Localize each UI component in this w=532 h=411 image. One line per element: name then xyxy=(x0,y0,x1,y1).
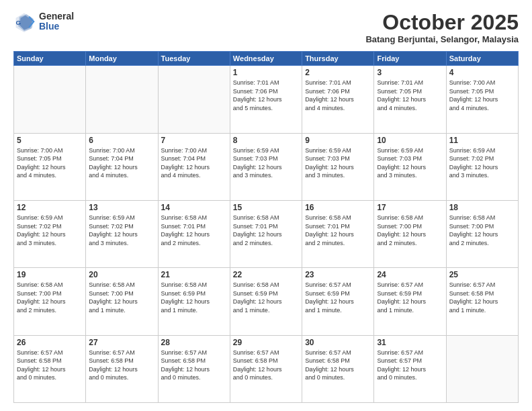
day-number: 5 xyxy=(17,136,83,145)
day-info: Sunrise: 6:59 AMSunset: 7:03 PMDaylight:… xyxy=(377,146,443,180)
day-info: Sunrise: 6:57 AMSunset: 6:57 PMDaylight:… xyxy=(377,349,443,382)
day-info: Sunrise: 7:00 AMSunset: 7:04 PMDaylight:… xyxy=(161,146,227,180)
day-info: Sunrise: 6:57 AMSunset: 6:58 PMDaylight:… xyxy=(161,349,227,382)
calendar-header-row: Sunday Monday Tuesday Wednesday Thursday… xyxy=(14,52,519,66)
day-number: 3 xyxy=(377,68,443,77)
day-info: Sunrise: 6:58 AMSunset: 7:01 PMDaylight:… xyxy=(161,214,227,247)
day-number: 21 xyxy=(161,270,227,279)
day-info: Sunrise: 6:57 AMSunset: 6:58 PMDaylight:… xyxy=(17,349,83,382)
day-number: 11 xyxy=(449,136,515,145)
day-info: Sunrise: 7:00 AMSunset: 7:04 PMDaylight:… xyxy=(89,146,154,180)
day-info: Sunrise: 6:57 AMSunset: 6:58 PMDaylight:… xyxy=(305,349,371,382)
calendar-cell: 2Sunrise: 7:01 AMSunset: 7:06 PMDaylight… xyxy=(302,66,374,133)
page: G General Blue October 2025 Batang Berju… xyxy=(0,0,532,411)
calendar-week-3: 19Sunrise: 6:58 AMSunset: 7:00 PMDayligh… xyxy=(14,268,519,335)
calendar-cell xyxy=(158,66,230,133)
day-number: 9 xyxy=(305,136,371,145)
day-number: 17 xyxy=(377,203,443,212)
calendar-cell: 15Sunrise: 6:58 AMSunset: 7:01 PMDayligh… xyxy=(230,200,302,267)
location: Batang Berjuntai, Selangor, Malaysia xyxy=(365,34,519,44)
calendar-week-1: 5Sunrise: 7:00 AMSunset: 7:05 PMDaylight… xyxy=(14,133,519,200)
day-info: Sunrise: 6:58 AMSunset: 7:00 PMDaylight:… xyxy=(17,281,83,314)
day-info: Sunrise: 7:01 AMSunset: 7:06 PMDaylight:… xyxy=(305,79,371,112)
calendar-cell: 8Sunrise: 6:59 AMSunset: 7:03 PMDaylight… xyxy=(230,133,302,200)
day-number: 31 xyxy=(377,338,443,347)
calendar-week-2: 12Sunrise: 6:59 AMSunset: 7:02 PMDayligh… xyxy=(14,200,519,267)
day-info: Sunrise: 7:01 AMSunset: 7:06 PMDaylight:… xyxy=(233,79,299,112)
col-wednesday: Wednesday xyxy=(230,52,302,66)
calendar-cell: 24Sunrise: 6:57 AMSunset: 6:59 PMDayligh… xyxy=(374,268,446,335)
calendar-cell: 10Sunrise: 6:59 AMSunset: 7:03 PMDayligh… xyxy=(374,133,446,200)
day-info: Sunrise: 7:01 AMSunset: 7:05 PMDaylight:… xyxy=(377,79,443,112)
day-number: 20 xyxy=(89,270,154,279)
calendar-cell: 3Sunrise: 7:01 AMSunset: 7:05 PMDaylight… xyxy=(374,66,446,133)
calendar-week-4: 26Sunrise: 6:57 AMSunset: 6:58 PMDayligh… xyxy=(14,335,519,402)
day-number: 27 xyxy=(89,338,154,347)
calendar-cell: 14Sunrise: 6:58 AMSunset: 7:01 PMDayligh… xyxy=(158,200,230,267)
day-number: 10 xyxy=(377,136,443,145)
svg-text:G: G xyxy=(16,19,21,26)
title-block: October 2025 Batang Berjuntai, Selangor,… xyxy=(365,11,519,44)
day-info: Sunrise: 6:58 AMSunset: 7:00 PMDaylight:… xyxy=(377,214,443,247)
calendar-cell: 5Sunrise: 7:00 AMSunset: 7:05 PMDaylight… xyxy=(14,133,86,200)
day-info: Sunrise: 6:57 AMSunset: 6:58 PMDaylight:… xyxy=(89,349,154,382)
day-info: Sunrise: 6:59 AMSunset: 7:02 PMDaylight:… xyxy=(89,214,154,247)
calendar-cell: 7Sunrise: 7:00 AMSunset: 7:04 PMDaylight… xyxy=(158,133,230,200)
calendar-cell: 23Sunrise: 6:57 AMSunset: 6:59 PMDayligh… xyxy=(302,268,374,335)
calendar-cell: 29Sunrise: 6:57 AMSunset: 6:58 PMDayligh… xyxy=(230,335,302,402)
calendar-cell: 28Sunrise: 6:57 AMSunset: 6:58 PMDayligh… xyxy=(158,335,230,402)
day-number: 30 xyxy=(305,338,371,347)
calendar-cell: 4Sunrise: 7:00 AMSunset: 7:05 PMDaylight… xyxy=(446,66,518,133)
day-info: Sunrise: 6:58 AMSunset: 6:59 PMDaylight:… xyxy=(233,281,299,314)
logo-blue-text: Blue xyxy=(39,21,74,32)
day-info: Sunrise: 6:58 AMSunset: 6:59 PMDaylight:… xyxy=(161,281,227,314)
col-sunday: Sunday xyxy=(14,52,86,66)
day-info: Sunrise: 6:57 AMSunset: 6:58 PMDaylight:… xyxy=(449,281,515,314)
col-saturday: Saturday xyxy=(446,52,518,66)
day-info: Sunrise: 6:59 AMSunset: 7:02 PMDaylight:… xyxy=(17,214,83,247)
calendar-cell: 17Sunrise: 6:58 AMSunset: 7:00 PMDayligh… xyxy=(374,200,446,267)
day-info: Sunrise: 6:59 AMSunset: 7:03 PMDaylight:… xyxy=(233,146,299,180)
calendar-cell: 18Sunrise: 6:58 AMSunset: 7:00 PMDayligh… xyxy=(446,200,518,267)
logo-text: General Blue xyxy=(39,11,74,32)
month-title: October 2025 xyxy=(365,11,519,34)
day-number: 7 xyxy=(161,136,227,145)
day-info: Sunrise: 6:58 AMSunset: 7:01 PMDaylight:… xyxy=(305,214,371,247)
col-tuesday: Tuesday xyxy=(158,52,230,66)
calendar-cell xyxy=(446,335,518,402)
day-number: 1 xyxy=(233,68,299,77)
day-number: 24 xyxy=(377,270,443,279)
col-monday: Monday xyxy=(86,52,158,66)
calendar-cell: 9Sunrise: 6:59 AMSunset: 7:03 PMDaylight… xyxy=(302,133,374,200)
calendar-cell: 1Sunrise: 7:01 AMSunset: 7:06 PMDaylight… xyxy=(230,66,302,133)
logo: G General Blue xyxy=(13,11,74,32)
day-info: Sunrise: 6:57 AMSunset: 6:59 PMDaylight:… xyxy=(305,281,371,314)
day-number: 28 xyxy=(161,338,227,347)
calendar-cell xyxy=(86,66,158,133)
day-number: 2 xyxy=(305,68,371,77)
calendar-cell: 12Sunrise: 6:59 AMSunset: 7:02 PMDayligh… xyxy=(14,200,86,267)
col-thursday: Thursday xyxy=(302,52,374,66)
day-info: Sunrise: 6:58 AMSunset: 7:00 PMDaylight:… xyxy=(449,214,515,247)
day-number: 22 xyxy=(233,270,299,279)
calendar-cell: 26Sunrise: 6:57 AMSunset: 6:58 PMDayligh… xyxy=(14,335,86,402)
day-info: Sunrise: 6:57 AMSunset: 6:59 PMDaylight:… xyxy=(377,281,443,314)
logo-icon: G xyxy=(13,11,35,32)
logo-general-text: General xyxy=(39,11,74,21)
calendar-table: Sunday Monday Tuesday Wednesday Thursday… xyxy=(13,51,519,403)
calendar-cell: 31Sunrise: 6:57 AMSunset: 6:57 PMDayligh… xyxy=(374,335,446,402)
day-number: 25 xyxy=(449,270,515,279)
calendar-cell: 27Sunrise: 6:57 AMSunset: 6:58 PMDayligh… xyxy=(86,335,158,402)
day-info: Sunrise: 7:00 AMSunset: 7:05 PMDaylight:… xyxy=(17,146,83,180)
calendar-cell: 13Sunrise: 6:59 AMSunset: 7:02 PMDayligh… xyxy=(86,200,158,267)
day-info: Sunrise: 6:58 AMSunset: 7:01 PMDaylight:… xyxy=(233,214,299,247)
day-number: 26 xyxy=(17,338,83,347)
day-number: 4 xyxy=(449,68,515,77)
day-number: 16 xyxy=(305,203,371,212)
day-number: 15 xyxy=(233,203,299,212)
calendar-cell: 30Sunrise: 6:57 AMSunset: 6:58 PMDayligh… xyxy=(302,335,374,402)
day-number: 14 xyxy=(161,203,227,212)
day-number: 29 xyxy=(233,338,299,347)
calendar-cell: 20Sunrise: 6:58 AMSunset: 7:00 PMDayligh… xyxy=(86,268,158,335)
day-number: 19 xyxy=(17,270,83,279)
